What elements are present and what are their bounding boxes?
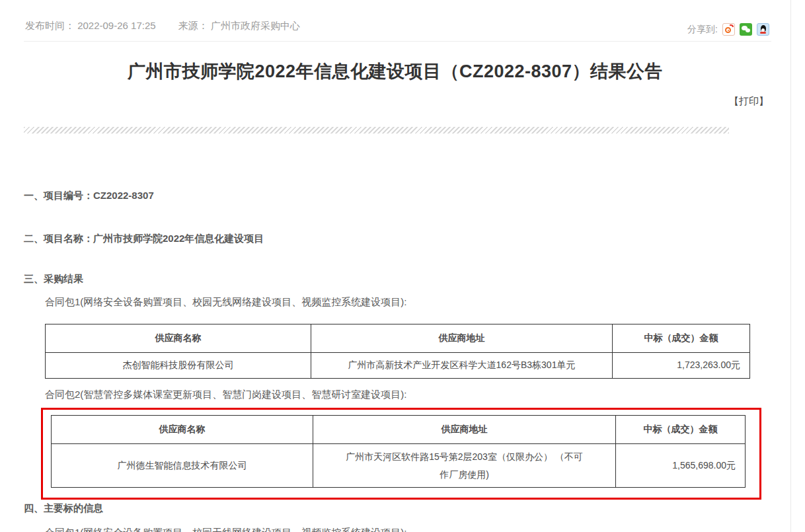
col-award-amount: 中标（成交）金额: [616, 416, 746, 444]
section-project-name: 二、项目名称：广州市技师学院2022年信息化建设项目: [24, 233, 264, 245]
weibo-share-icon[interactable]: [722, 23, 735, 36]
publish-time: 发布时间： 2022-09-26 17:25: [25, 20, 156, 31]
meta-bar: 发布时间： 2022-09-26 17:25 来源： 广州市政府采购中心 分享到…: [24, 0, 771, 42]
wechat-bubble-small-glyph: [746, 28, 750, 32]
supplier-address-cell: 广州市高新技术产业开发区科学大道162号B3栋301单元: [311, 353, 613, 379]
section-project-number: 一、项目编号：CZ2022-8307: [24, 190, 154, 202]
content-right-divider: [790, 0, 791, 532]
share-bar: 分享到:: [687, 23, 769, 36]
supplier-name-cell: 杰创智能科技股份有限公司: [46, 353, 311, 379]
print-row: 【打印】: [0, 95, 769, 108]
col-supplier-name: 供应商名称: [46, 324, 311, 353]
package-1-label: 合同包1(网络安全设备购置项目、校园无线网络建设项目、视频监控系统建设项目):: [45, 296, 407, 309]
wechat-share-icon[interactable]: [740, 23, 752, 36]
publish-meta: 发布时间： 2022-09-26 17:25 来源： 广州市政府采购中心: [25, 20, 304, 32]
supplier-address-cell: 广州市天河区软件路15号第2层203室（仅限办公） （不可作厂房使用): [313, 444, 616, 488]
section-main-subject-info: 四、主要标的信息: [24, 502, 103, 515]
red-highlight-box: 供应商名称 供应商地址 中标（成交）金额 广州德生智能信息技术有限公司 广州市天…: [41, 408, 761, 500]
award-amount-cell: 1,723,263.00元: [613, 353, 750, 379]
award-amount-cell: 1,565,698.00元: [616, 444, 746, 488]
package-1-table: 供应商名称 供应商地址 中标（成交）金额 杰创智能科技股份有限公司 广州市高新技…: [45, 324, 750, 379]
package-2-label: 合同包2(智慧管控多媒体课室更新项目、智慧门岗建设项目、智慧研讨室建设项目):: [45, 389, 407, 401]
table-header-row: 供应商名称 供应商地址 中标（成交）金额: [52, 416, 746, 444]
share-label: 分享到:: [687, 24, 718, 36]
qq-penguin-scarf: [760, 32, 766, 34]
source: 来源： 广州市政府采购中心: [178, 20, 300, 31]
table-header-row: 供应商名称 供应商地址 中标（成交）金额: [46, 324, 750, 353]
partial-bottom-line: 合同包1(网络安全设备购置项目、校园无线网络建设项目、视频监控系统建设项目):: [45, 527, 407, 532]
print-button[interactable]: 【打印】: [729, 95, 769, 106]
announcement-page: { "meta": { "publish": "发布时间： 2022-09-26…: [0, 0, 805, 532]
col-supplier-address: 供应商地址: [311, 324, 613, 353]
col-supplier-address: 供应商地址: [313, 416, 616, 444]
weibo-flame-glyph: [730, 24, 734, 27]
col-supplier-name: 供应商名称: [52, 416, 313, 444]
table-row: 杰创智能科技股份有限公司 广州市高新技术产业开发区科学大道162号B3栋301单…: [46, 353, 750, 379]
page-title: 广州市技师学院2022年信息化建设项目（CZ2022-8307）结果公告: [0, 59, 790, 83]
qq-share-icon[interactable]: [757, 23, 769, 36]
supplier-name-cell: 广州德生智能信息技术有限公司: [52, 444, 313, 488]
package-2-table: 供应商名称 供应商地址 中标（成交）金额 广州德生智能信息技术有限公司 广州市天…: [51, 415, 746, 488]
col-award-amount: 中标（成交）金额: [613, 324, 750, 353]
hatched-divider: [24, 127, 729, 133]
table-row: 广州德生智能信息技术有限公司 广州市天河区软件路15号第2层203室（仅限办公）…: [52, 444, 746, 488]
weibo-eye-glyph: [725, 27, 731, 33]
section-procurement-result: 三、采购结果: [24, 273, 83, 285]
